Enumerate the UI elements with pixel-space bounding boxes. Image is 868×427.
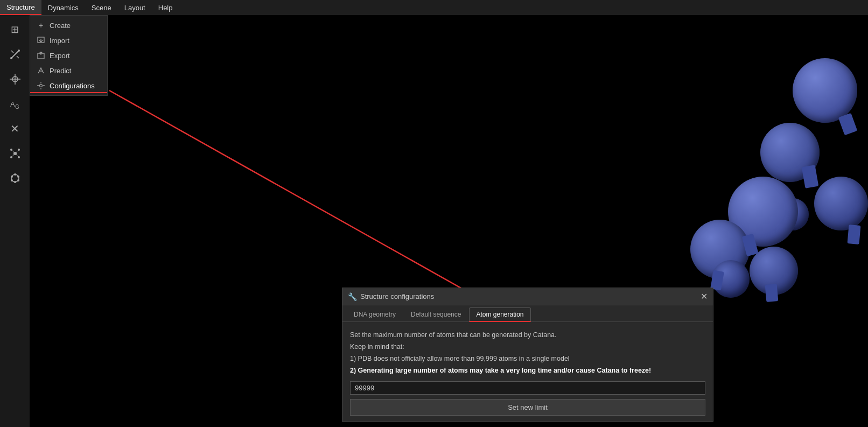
menu-structure[interactable]: Structure <box>0 0 41 15</box>
menubar: Structure Dynamics Scene Layout Help <box>0 0 868 15</box>
config-content: Set the maximum number of atoms that can… <box>342 322 713 421</box>
submenu-export[interactable]: Export <box>30 48 107 63</box>
description-line1: Set the maximum number of atoms that can… <box>350 330 705 340</box>
sidebar-icon-ring[interactable] <box>3 166 27 190</box>
sidebar-icon-grid[interactable]: ⊞ <box>3 18 27 41</box>
menu-dynamics[interactable]: Dynamics <box>41 0 85 15</box>
close-button[interactable]: ✕ <box>701 291 708 302</box>
import-icon <box>37 36 45 45</box>
svg-text:A: A <box>10 100 15 108</box>
svg-line-18 <box>15 153 19 157</box>
sidebar-icon-cluster[interactable] <box>3 142 27 165</box>
warning-text: 2) Generating large number of atoms may … <box>350 365 705 376</box>
description-line2: Keep in mind that: <box>350 341 705 352</box>
submenu-predict[interactable]: Predict <box>30 63 107 78</box>
config-tabs: DNA geometry Default sequence Atom gener… <box>342 305 713 322</box>
menu-layout[interactable]: Layout <box>118 0 152 15</box>
svg-point-23 <box>14 181 16 183</box>
svg-point-22 <box>17 179 19 181</box>
svg-point-4 <box>10 57 12 59</box>
submenu-configurations[interactable]: Configurations <box>30 78 107 93</box>
active-indicator <box>30 92 107 93</box>
tab-dna-geometry[interactable]: DNA geometry <box>347 307 403 321</box>
create-icon: + <box>37 21 45 30</box>
export-icon <box>37 51 45 60</box>
structure-submenu: + Create Import Export <box>30 15 108 96</box>
sidebar: ⊞ A G ✕ <box>0 15 30 427</box>
config-panel-header: 🔧 Structure configurations ✕ <box>342 288 713 305</box>
svg-point-24 <box>11 179 13 181</box>
atom-input-row <box>350 381 705 395</box>
svg-point-3 <box>18 50 20 52</box>
config-panel: 🔧 Structure configurations ✕ DNA geometr… <box>342 288 713 422</box>
svg-point-31 <box>40 85 43 87</box>
configurations-icon <box>37 81 45 90</box>
svg-line-1 <box>11 51 13 53</box>
svg-point-20 <box>14 173 16 176</box>
atom-limit-input[interactable] <box>350 381 705 395</box>
tab-atom-generation[interactable]: Atom generation <box>469 307 530 322</box>
svg-line-17 <box>11 153 15 157</box>
svg-text:G: G <box>15 104 19 110</box>
tab-default-sequence[interactable]: Default sequence <box>404 307 468 321</box>
svg-line-2 <box>17 56 19 58</box>
sidebar-icon-transform[interactable]: A G <box>3 92 27 116</box>
sidebar-icon-atom-add[interactable] <box>3 67 27 91</box>
menu-scene[interactable]: Scene <box>85 0 118 15</box>
viewport: 🔧 Structure configurations ✕ DNA geometr… <box>30 15 868 427</box>
svg-point-21 <box>17 176 19 178</box>
svg-line-16 <box>15 150 19 153</box>
wrench-icon: 🔧 <box>348 292 357 301</box>
description-line3: 1) PDB does not officially allow more th… <box>350 353 705 364</box>
submenu-import[interactable]: Import <box>30 33 107 48</box>
svg-line-36 <box>109 90 493 306</box>
submenu-create[interactable]: + Create <box>30 18 107 33</box>
svg-point-25 <box>11 176 13 178</box>
molecule-visualization <box>680 15 868 327</box>
menu-help[interactable]: Help <box>152 0 179 15</box>
sidebar-icon-dna[interactable] <box>3 43 27 66</box>
config-panel-title: 🔧 Structure configurations <box>348 292 434 301</box>
set-limit-button[interactable]: Set new limit <box>350 399 705 416</box>
sidebar-icon-close[interactable]: ✕ <box>3 117 27 141</box>
svg-line-15 <box>11 150 15 153</box>
predict-icon <box>37 66 45 75</box>
